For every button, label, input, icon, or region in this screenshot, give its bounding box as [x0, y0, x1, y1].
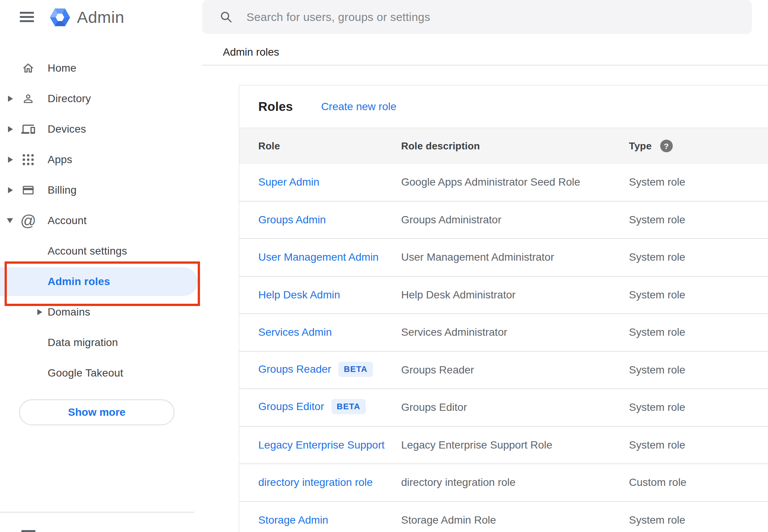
sidebar-item-label: Data migration: [48, 337, 118, 349]
credit-card-icon: [21, 183, 35, 197]
role-type-cell: System role: [629, 326, 685, 338]
role-description-cell: Groups Editor: [401, 401, 467, 413]
role-cell: Groups EditorBETA: [258, 400, 366, 415]
column-header-role: Role: [258, 140, 280, 152]
role-link-storage-admin[interactable]: Storage Admin: [258, 514, 328, 526]
role-link-groups-editor[interactable]: Groups Editor: [258, 401, 324, 413]
role-description-cell: Services Administrator: [401, 326, 507, 338]
sidebar-header: Admin: [0, 0, 202, 35]
show-more-button[interactable]: Show more: [19, 399, 174, 425]
sidebar-item-label: Directory: [48, 93, 91, 105]
person-icon: [21, 91, 35, 106]
sidebar-item-billing[interactable]: Billing: [0, 175, 202, 205]
column-header-role-description: Role description: [401, 140, 480, 152]
role-description-cell: Groups Administrator: [401, 214, 501, 226]
sidebar-item-google-takeout[interactable]: Google Takeout: [0, 358, 202, 388]
role-description-cell: Groups Reader: [401, 364, 474, 376]
sidebar-item-admin-roles[interactable]: Admin roles: [0, 266, 202, 297]
role-link-services-admin[interactable]: Services Admin: [258, 326, 332, 338]
role-link-groups-admin[interactable]: Groups Admin: [258, 214, 326, 226]
search-input[interactable]: Search for users, groups or settings: [202, 0, 752, 34]
role-type-cell: System role: [629, 401, 685, 413]
devices-icon: [21, 122, 35, 136]
sidebar-item-label: Google Takeout: [48, 367, 123, 379]
role-link-groups-reader[interactable]: Groups Reader: [258, 363, 331, 375]
role-cell: Services Admin: [258, 326, 332, 338]
sidebar-item-label: Devices: [48, 123, 86, 135]
role-type-cell: System role: [629, 176, 685, 188]
sidebar-item-account-settings[interactable]: Account settings: [0, 236, 202, 266]
role-description-cell: Storage Admin Role: [401, 514, 496, 526]
search-icon: [219, 10, 233, 25]
role-link-legacy-enterprise-support[interactable]: Legacy Enterprise Support: [258, 439, 385, 451]
apps-grid-icon: [21, 152, 35, 167]
table-row-user-management-admin: User Management AdminUser Management Adm…: [239, 239, 768, 277]
chevron-right-icon: [8, 96, 13, 102]
role-link-help-desk-admin[interactable]: Help Desk Admin: [258, 289, 340, 301]
beta-badge: BETA: [338, 362, 373, 377]
sidebar-nav: HomeDirectoryDevicesAppsBilling@AccountA…: [0, 53, 202, 388]
table-row-legacy-enterprise-support: Legacy Enterprise SupportLegacy Enterpri…: [239, 427, 768, 465]
role-type-cell: System role: [629, 364, 685, 376]
role-type-cell: Custom role: [629, 476, 686, 489]
sidebar-item-domains[interactable]: Domains: [0, 297, 202, 327]
main-content: Search for users, groups or settings Adm…: [202, 0, 768, 532]
chevron-right-icon: [37, 309, 42, 315]
role-cell: Storage Admin: [258, 514, 328, 526]
header-divider: [202, 65, 768, 66]
role-cell: Legacy Enterprise Support: [258, 439, 385, 451]
role-cell: directory integration role: [258, 476, 373, 489]
table-row-directory-integration-role: directory integration roledirectory inte…: [239, 464, 768, 502]
search-placeholder: Search for users, groups or settings: [246, 0, 430, 34]
roles-table-header: Role Role description Type ?: [239, 128, 768, 164]
role-cell: Groups ReaderBETA: [258, 362, 373, 378]
role-link-user-management-admin[interactable]: User Management Admin: [258, 251, 379, 263]
sidebar-item-label: Home: [48, 62, 77, 74]
sidebar-item-label: Admin roles: [48, 276, 110, 288]
table-row-groups-admin: Groups AdminGroups AdministratorSystem r…: [239, 202, 768, 239]
create-new-role-link[interactable]: Create new role: [321, 101, 397, 113]
role-type-cell: System role: [629, 289, 685, 301]
sidebar-item-label: Account settings: [48, 245, 127, 257]
role-type-cell: System role: [629, 514, 685, 526]
chevron-down-icon: [7, 218, 13, 223]
table-row-groups-reader: Groups ReaderBETAGroups ReaderSystem rol…: [239, 352, 768, 389]
role-description-cell: Help Desk Administrator: [401, 289, 515, 301]
sidebar-item-label: Account: [48, 215, 87, 227]
roles-card-header: Roles Create new role: [239, 85, 768, 128]
beta-badge: BETA: [331, 399, 366, 414]
sidebar-item-label: Apps: [48, 154, 72, 166]
sidebar-item-account[interactable]: @Account: [0, 205, 202, 236]
sidebar-item-apps[interactable]: Apps: [0, 144, 202, 175]
sidebar-item-directory[interactable]: Directory: [0, 83, 202, 114]
role-description-cell: Google Apps Administrator Seed Role: [401, 176, 580, 188]
breadcrumb: Admin roles: [223, 46, 279, 58]
table-row-storage-admin: Storage AdminStorage Admin RoleSystem ro…: [239, 502, 768, 532]
sidebar-item-label: Billing: [48, 184, 77, 196]
role-description-cell: Legacy Enterprise Support Role: [401, 439, 552, 451]
roles-card: Roles Create new role Role Role descript…: [239, 85, 768, 532]
column-header-type-label: Type: [629, 140, 652, 152]
app-title: Admin: [77, 8, 124, 27]
sidebar-divider: [0, 512, 194, 513]
column-header-type: Type ?: [629, 140, 673, 152]
table-row-services-admin: Services AdminServices AdministratorSyst…: [239, 314, 768, 352]
role-cell: Help Desk Admin: [258, 289, 340, 301]
sidebar-item-data-migration[interactable]: Data migration: [0, 327, 202, 358]
sidebar-item-home[interactable]: Home: [0, 53, 202, 83]
role-type-cell: System role: [629, 214, 685, 226]
partial-bottom-icon: [21, 530, 35, 532]
table-row-super-admin: Super AdminGoogle Apps Administrator See…: [239, 164, 768, 202]
roles-table-body: Super AdminGoogle Apps Administrator See…: [239, 164, 768, 532]
help-icon[interactable]: ?: [660, 140, 673, 152]
table-row-groups-editor: Groups EditorBETAGroups EditorSystem rol…: [239, 389, 768, 427]
role-description-cell: directory integration role: [401, 476, 515, 489]
role-link-directory-integration-role[interactable]: directory integration role: [258, 476, 373, 488]
table-row-help-desk-admin: Help Desk AdminHelp Desk AdministratorSy…: [239, 277, 768, 314]
role-link-super-admin[interactable]: Super Admin: [258, 176, 319, 188]
sidebar-item-devices[interactable]: Devices: [0, 114, 202, 144]
role-description-cell: User Management Administrator: [401, 251, 554, 263]
chevron-right-icon: [8, 157, 13, 163]
home-icon: [21, 61, 35, 75]
menu-icon[interactable]: [20, 12, 34, 22]
